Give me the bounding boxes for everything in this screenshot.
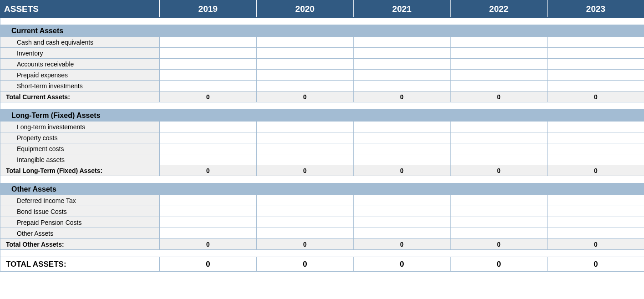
data-cell[interactable] (160, 206, 257, 217)
data-cell[interactable] (257, 59, 354, 70)
data-cell[interactable] (451, 132, 548, 143)
subtotal-value: 0 (354, 239, 451, 250)
section-title: Long-Term (Fixed) Assets (0, 110, 644, 122)
data-cell[interactable] (257, 81, 354, 91)
data-cell[interactable] (548, 132, 644, 143)
data-cell[interactable] (257, 122, 354, 132)
data-cell[interactable] (548, 122, 644, 132)
data-cell[interactable] (354, 143, 451, 154)
header-row: ASSETS 2019 2020 2021 2022 2023 (0, 0, 644, 18)
data-cell[interactable] (160, 228, 257, 239)
data-cell[interactable] (257, 37, 354, 48)
data-cell[interactable] (548, 228, 644, 239)
data-cell[interactable] (160, 81, 257, 91)
line-item-label: Cash and cash equivalents (0, 37, 160, 48)
data-cell[interactable] (548, 206, 644, 217)
line-item-label: Prepaid Pension Costs (0, 217, 160, 228)
subtotal-value: 0 (257, 165, 354, 176)
data-cell[interactable] (451, 37, 548, 48)
data-cell[interactable] (160, 195, 257, 206)
data-cell[interactable] (257, 143, 354, 154)
data-cell[interactable] (257, 132, 354, 143)
data-cell[interactable] (451, 70, 548, 81)
data-cell[interactable] (548, 59, 644, 70)
section-title: Current Assets (0, 25, 644, 37)
data-cell[interactable] (451, 81, 548, 91)
data-cell[interactable] (160, 122, 257, 132)
subtotal-value: 0 (160, 239, 257, 250)
data-cell[interactable] (548, 195, 644, 206)
data-cell[interactable] (354, 132, 451, 143)
data-cell[interactable] (160, 143, 257, 154)
line-item-row: Intangible assets (0, 154, 644, 165)
subtotal-value: 0 (548, 239, 644, 250)
data-cell[interactable] (257, 195, 354, 206)
data-cell[interactable] (548, 37, 644, 48)
header-year-2: 2021 (354, 0, 451, 18)
data-cell[interactable] (354, 59, 451, 70)
data-cell[interactable] (548, 81, 644, 91)
grand-total-row: TOTAL ASSETS:00000 (0, 257, 644, 272)
data-cell[interactable] (257, 217, 354, 228)
data-cell[interactable] (354, 70, 451, 81)
data-cell[interactable] (451, 217, 548, 228)
header-title: ASSETS (0, 0, 160, 18)
section-header-row: Current Assets (0, 25, 644, 37)
data-cell[interactable] (354, 48, 451, 59)
line-item-row: Equipment costs (0, 143, 644, 154)
data-cell[interactable] (354, 228, 451, 239)
data-cell[interactable] (354, 122, 451, 132)
data-cell[interactable] (160, 154, 257, 165)
data-cell[interactable] (354, 37, 451, 48)
data-cell[interactable] (548, 48, 644, 59)
data-cell[interactable] (354, 154, 451, 165)
balance-sheet-table: ASSETS 2019 2020 2021 2022 2023 Current … (0, 0, 644, 272)
data-cell[interactable] (257, 70, 354, 81)
data-cell[interactable] (160, 217, 257, 228)
section-header-row: Other Assets (0, 183, 644, 195)
data-cell[interactable] (451, 59, 548, 70)
spacer-cell (0, 18, 644, 25)
data-cell[interactable] (548, 217, 644, 228)
data-cell[interactable] (354, 217, 451, 228)
spacer-cell (0, 102, 644, 110)
data-cell[interactable] (451, 228, 548, 239)
line-item-label: Short-term investments (0, 81, 160, 91)
spacer-row (0, 176, 644, 183)
spacer-row (0, 18, 644, 25)
data-cell[interactable] (548, 143, 644, 154)
subtotal-row: Total Other Assets:00000 (0, 239, 644, 250)
data-cell[interactable] (257, 228, 354, 239)
grand-total-value: 0 (354, 257, 451, 272)
line-item-label: Equipment costs (0, 143, 160, 154)
data-cell[interactable] (257, 48, 354, 59)
line-item-label: Intangible assets (0, 154, 160, 165)
data-cell[interactable] (160, 48, 257, 59)
subtotal-value: 0 (451, 239, 548, 250)
data-cell[interactable] (257, 154, 354, 165)
data-cell[interactable] (451, 143, 548, 154)
data-cell[interactable] (160, 59, 257, 70)
data-cell[interactable] (160, 132, 257, 143)
line-item-row: Inventory (0, 48, 644, 59)
data-cell[interactable] (354, 195, 451, 206)
data-cell[interactable] (451, 154, 548, 165)
data-cell[interactable] (257, 206, 354, 217)
data-cell[interactable] (354, 81, 451, 91)
data-cell[interactable] (451, 206, 548, 217)
data-cell[interactable] (160, 70, 257, 81)
data-cell[interactable] (451, 48, 548, 59)
data-cell[interactable] (548, 70, 644, 81)
subtotal-value: 0 (451, 91, 548, 102)
subtotal-value: 0 (548, 165, 644, 176)
subtotal-row: Total Current Assets:00000 (0, 91, 644, 102)
subtotal-value: 0 (160, 91, 257, 102)
data-cell[interactable] (451, 195, 548, 206)
data-cell[interactable] (451, 122, 548, 132)
data-cell[interactable] (160, 37, 257, 48)
data-cell[interactable] (548, 154, 644, 165)
data-cell[interactable] (354, 206, 451, 217)
line-item-row: Long-term investements (0, 122, 644, 132)
subtotal-value: 0 (548, 91, 644, 102)
subtotal-value: 0 (354, 91, 451, 102)
